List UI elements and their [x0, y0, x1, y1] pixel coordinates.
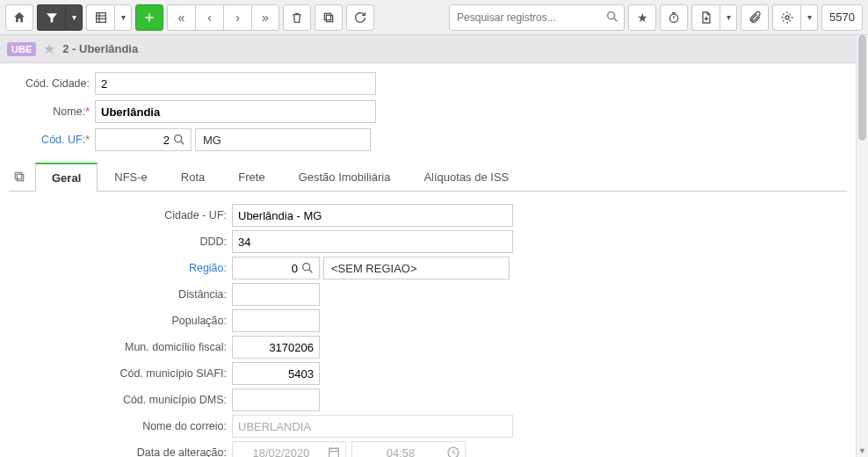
tab-nfse[interactable]: NFS-e	[98, 163, 164, 191]
record-count: 5570	[821, 4, 863, 31]
calendar-icon	[327, 446, 341, 457]
svg-rect-0	[96, 12, 105, 22]
input-ddd[interactable]	[232, 230, 513, 253]
label-nome: Nome:*	[9, 105, 95, 118]
input-cod-siafi[interactable]	[232, 362, 320, 385]
desc-regiao: <SEM REGIAO>	[323, 257, 510, 279]
settings-dropdown-button[interactable]: ▾	[800, 4, 818, 31]
copy-tab-icon[interactable]	[9, 166, 30, 187]
next-page-button[interactable]: ›	[223, 4, 251, 31]
tab-gestao-imobiliaria[interactable]: Gestão Imobiliária	[282, 163, 408, 191]
label-cod-cidade: Cód. Cidade:	[9, 77, 95, 90]
form-geral: Cidade - UF: DDD: Região: <SEM REGIAO> D…	[9, 192, 847, 457]
copy-button[interactable]	[315, 4, 343, 31]
tab-rota[interactable]: Rota	[164, 163, 221, 191]
label-cod-siafi: Cód. município SIAFI:	[12, 367, 232, 380]
input-distancia[interactable]	[232, 283, 320, 306]
svg-rect-18	[329, 448, 339, 457]
breadcrumb-bar: UBE ★ 2 - Uberlândia	[0, 35, 868, 63]
input-cod-dms[interactable]	[232, 388, 320, 411]
main-toolbar: ▾ ▾ « ‹ › » ★ ▾ ▾ 5570	[0, 0, 868, 35]
last-page-button[interactable]: »	[251, 4, 279, 31]
desc-cod-uf: MG	[195, 128, 371, 151]
filter-button[interactable]	[37, 4, 65, 31]
filter-dropdown-button[interactable]: ▾	[65, 4, 83, 31]
prev-page-button[interactable]: ‹	[195, 4, 223, 31]
tab-aliquotas-iss[interactable]: Alíquotas de ISS	[407, 163, 525, 191]
svg-point-6	[608, 11, 615, 18]
search-container	[449, 4, 625, 31]
refresh-button[interactable]	[346, 4, 374, 31]
label-ddd: DDD:	[12, 236, 232, 248]
clock-icon	[446, 446, 460, 457]
svg-rect-4	[326, 15, 332, 21]
label-cod-dms: Cód. município DMS:	[12, 394, 232, 406]
input-cod-uf[interactable]	[95, 128, 192, 151]
search-icon	[605, 10, 619, 26]
tab-geral[interactable]: Geral	[35, 163, 98, 192]
tabs: Geral NFS-e Rota Frete Gestão Imobiliári…	[9, 162, 847, 192]
label-data-alteracao: Data de alteração:	[12, 446, 232, 457]
export-button[interactable]	[691, 4, 720, 31]
scroll-down-icon[interactable]: ▼	[858, 446, 866, 455]
input-populacao[interactable]	[232, 309, 320, 332]
favorite-star-icon[interactable]: ★	[43, 40, 55, 57]
svg-rect-15	[15, 172, 21, 178]
timer-button[interactable]	[660, 4, 688, 31]
input-cidade-uf[interactable]	[232, 204, 513, 227]
vertical-scrollbar[interactable]: ▼	[856, 35, 868, 457]
svg-line-7	[614, 18, 617, 21]
search-input[interactable]	[449, 4, 625, 31]
scrollbar-thumb[interactable]	[858, 35, 866, 141]
settings-button[interactable]	[772, 4, 800, 31]
attachment-button[interactable]	[741, 4, 769, 31]
input-nome[interactable]	[95, 100, 376, 123]
label-cod-uf[interactable]: Cód. UF:*	[9, 134, 95, 146]
tab-frete[interactable]: Frete	[221, 163, 281, 191]
favorite-button[interactable]: ★	[628, 4, 656, 31]
breadcrumb-title: 2 - Uberlândia	[62, 42, 138, 55]
entity-badge: UBE	[7, 42, 36, 56]
delete-button[interactable]	[283, 4, 311, 31]
export-dropdown-button[interactable]: ▾	[720, 4, 737, 31]
list-view-dropdown-button[interactable]: ▾	[114, 4, 132, 31]
label-mun-domicilio: Mun. domicílio fiscal:	[12, 341, 232, 353]
svg-rect-5	[324, 13, 330, 19]
input-regiao[interactable]	[232, 257, 320, 279]
svg-point-11	[785, 16, 789, 19]
label-regiao[interactable]: Região:	[12, 262, 232, 274]
add-button[interactable]	[135, 4, 163, 31]
first-page-button[interactable]: «	[167, 4, 195, 31]
input-cod-cidade[interactable]	[95, 72, 376, 95]
content-area: Cód. Cidade: Nome:* Cód. UF:* MG Geral N…	[0, 63, 856, 457]
home-button[interactable]	[5, 4, 33, 31]
list-view-button[interactable]	[86, 4, 114, 31]
label-distancia: Distância:	[12, 288, 232, 301]
input-nome-correio	[232, 415, 513, 438]
label-populacao: População:	[12, 315, 232, 327]
svg-rect-14	[17, 174, 23, 180]
label-cidade-uf: Cidade - UF:	[12, 209, 232, 221]
input-mun-domicilio[interactable]	[232, 336, 320, 359]
label-nome-correio: Nome do correio:	[12, 420, 232, 432]
